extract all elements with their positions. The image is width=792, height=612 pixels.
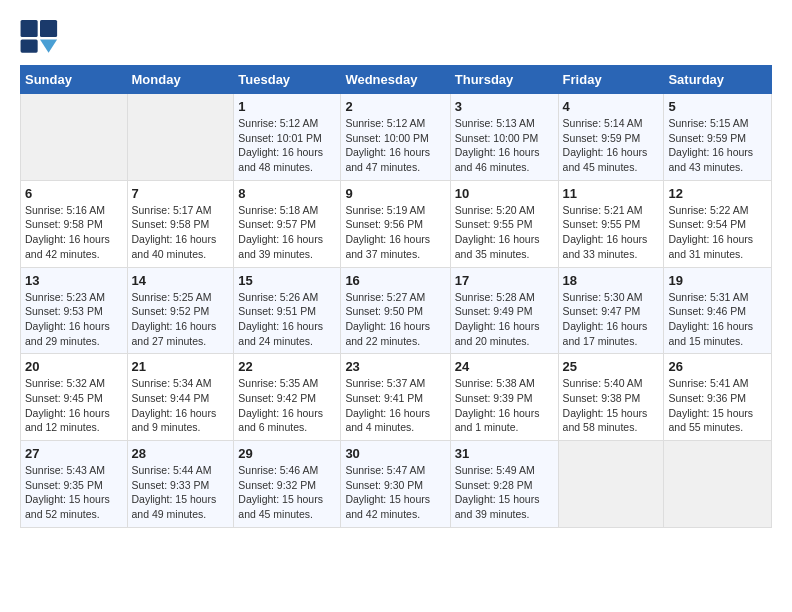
cell-content: Sunrise: 5:40 AM Sunset: 9:38 PM Dayligh… xyxy=(563,376,660,435)
calendar-cell: 16Sunrise: 5:27 AM Sunset: 9:50 PM Dayli… xyxy=(341,267,450,354)
cell-content: Sunrise: 5:37 AM Sunset: 9:41 PM Dayligh… xyxy=(345,376,445,435)
calendar-cell: 13Sunrise: 5:23 AM Sunset: 9:53 PM Dayli… xyxy=(21,267,128,354)
cell-content: Sunrise: 5:44 AM Sunset: 9:33 PM Dayligh… xyxy=(132,463,230,522)
cell-content: Sunrise: 5:21 AM Sunset: 9:55 PM Dayligh… xyxy=(563,203,660,262)
calendar-cell: 5Sunrise: 5:15 AM Sunset: 9:59 PM Daylig… xyxy=(664,94,772,181)
logo xyxy=(20,20,64,55)
calendar-cell: 8Sunrise: 5:18 AM Sunset: 9:57 PM Daylig… xyxy=(234,180,341,267)
calendar-cell: 17Sunrise: 5:28 AM Sunset: 9:49 PM Dayli… xyxy=(450,267,558,354)
calendar-cell: 1Sunrise: 5:12 AM Sunset: 10:01 PM Dayli… xyxy=(234,94,341,181)
day-number: 31 xyxy=(455,446,554,461)
day-number: 3 xyxy=(455,99,554,114)
day-number: 24 xyxy=(455,359,554,374)
calendar-cell xyxy=(127,94,234,181)
cell-content: Sunrise: 5:35 AM Sunset: 9:42 PM Dayligh… xyxy=(238,376,336,435)
cell-content: Sunrise: 5:12 AM Sunset: 10:00 PM Daylig… xyxy=(345,116,445,175)
logo-icon xyxy=(20,20,60,55)
day-number: 10 xyxy=(455,186,554,201)
calendar-week-4: 20Sunrise: 5:32 AM Sunset: 9:45 PM Dayli… xyxy=(21,354,772,441)
day-number: 21 xyxy=(132,359,230,374)
calendar-cell: 31Sunrise: 5:49 AM Sunset: 9:28 PM Dayli… xyxy=(450,441,558,528)
day-number: 14 xyxy=(132,273,230,288)
calendar-cell: 2Sunrise: 5:12 AM Sunset: 10:00 PM Dayli… xyxy=(341,94,450,181)
calendar-cell: 29Sunrise: 5:46 AM Sunset: 9:32 PM Dayli… xyxy=(234,441,341,528)
calendar-cell: 27Sunrise: 5:43 AM Sunset: 9:35 PM Dayli… xyxy=(21,441,128,528)
cell-content: Sunrise: 5:47 AM Sunset: 9:30 PM Dayligh… xyxy=(345,463,445,522)
calendar-cell: 12Sunrise: 5:22 AM Sunset: 9:54 PM Dayli… xyxy=(664,180,772,267)
day-number: 26 xyxy=(668,359,767,374)
calendar-cell: 3Sunrise: 5:13 AM Sunset: 10:00 PM Dayli… xyxy=(450,94,558,181)
cell-content: Sunrise: 5:31 AM Sunset: 9:46 PM Dayligh… xyxy=(668,290,767,349)
day-number: 13 xyxy=(25,273,123,288)
day-header-saturday: Saturday xyxy=(664,66,772,94)
calendar-week-5: 27Sunrise: 5:43 AM Sunset: 9:35 PM Dayli… xyxy=(21,441,772,528)
calendar-week-1: 1Sunrise: 5:12 AM Sunset: 10:01 PM Dayli… xyxy=(21,94,772,181)
cell-content: Sunrise: 5:43 AM Sunset: 9:35 PM Dayligh… xyxy=(25,463,123,522)
day-number: 22 xyxy=(238,359,336,374)
calendar-cell: 25Sunrise: 5:40 AM Sunset: 9:38 PM Dayli… xyxy=(558,354,664,441)
day-number: 30 xyxy=(345,446,445,461)
day-number: 8 xyxy=(238,186,336,201)
calendar-table: SundayMondayTuesdayWednesdayThursdayFrid… xyxy=(20,65,772,528)
day-number: 18 xyxy=(563,273,660,288)
day-number: 19 xyxy=(668,273,767,288)
day-number: 6 xyxy=(25,186,123,201)
day-number: 17 xyxy=(455,273,554,288)
calendar-cell: 15Sunrise: 5:26 AM Sunset: 9:51 PM Dayli… xyxy=(234,267,341,354)
cell-content: Sunrise: 5:32 AM Sunset: 9:45 PM Dayligh… xyxy=(25,376,123,435)
cell-content: Sunrise: 5:41 AM Sunset: 9:36 PM Dayligh… xyxy=(668,376,767,435)
day-number: 1 xyxy=(238,99,336,114)
calendar-cell: 7Sunrise: 5:17 AM Sunset: 9:58 PM Daylig… xyxy=(127,180,234,267)
calendar-cell: 22Sunrise: 5:35 AM Sunset: 9:42 PM Dayli… xyxy=(234,354,341,441)
header xyxy=(20,20,772,55)
cell-content: Sunrise: 5:19 AM Sunset: 9:56 PM Dayligh… xyxy=(345,203,445,262)
calendar-cell: 26Sunrise: 5:41 AM Sunset: 9:36 PM Dayli… xyxy=(664,354,772,441)
svg-rect-2 xyxy=(21,39,38,52)
calendar-cell: 19Sunrise: 5:31 AM Sunset: 9:46 PM Dayli… xyxy=(664,267,772,354)
calendar-cell: 14Sunrise: 5:25 AM Sunset: 9:52 PM Dayli… xyxy=(127,267,234,354)
cell-content: Sunrise: 5:17 AM Sunset: 9:58 PM Dayligh… xyxy=(132,203,230,262)
calendar-week-3: 13Sunrise: 5:23 AM Sunset: 9:53 PM Dayli… xyxy=(21,267,772,354)
day-number: 12 xyxy=(668,186,767,201)
day-number: 9 xyxy=(345,186,445,201)
day-number: 29 xyxy=(238,446,336,461)
day-header-thursday: Thursday xyxy=(450,66,558,94)
calendar-cell: 18Sunrise: 5:30 AM Sunset: 9:47 PM Dayli… xyxy=(558,267,664,354)
day-header-tuesday: Tuesday xyxy=(234,66,341,94)
svg-rect-1 xyxy=(40,20,57,37)
calendar-cell: 9Sunrise: 5:19 AM Sunset: 9:56 PM Daylig… xyxy=(341,180,450,267)
day-number: 2 xyxy=(345,99,445,114)
day-number: 27 xyxy=(25,446,123,461)
calendar-cell: 10Sunrise: 5:20 AM Sunset: 9:55 PM Dayli… xyxy=(450,180,558,267)
cell-content: Sunrise: 5:49 AM Sunset: 9:28 PM Dayligh… xyxy=(455,463,554,522)
cell-content: Sunrise: 5:12 AM Sunset: 10:01 PM Daylig… xyxy=(238,116,336,175)
calendar-cell: 21Sunrise: 5:34 AM Sunset: 9:44 PM Dayli… xyxy=(127,354,234,441)
cell-content: Sunrise: 5:30 AM Sunset: 9:47 PM Dayligh… xyxy=(563,290,660,349)
day-number: 25 xyxy=(563,359,660,374)
calendar-cell: 23Sunrise: 5:37 AM Sunset: 9:41 PM Dayli… xyxy=(341,354,450,441)
cell-content: Sunrise: 5:23 AM Sunset: 9:53 PM Dayligh… xyxy=(25,290,123,349)
cell-content: Sunrise: 5:16 AM Sunset: 9:58 PM Dayligh… xyxy=(25,203,123,262)
day-number: 11 xyxy=(563,186,660,201)
calendar-cell xyxy=(21,94,128,181)
calendar-cell: 30Sunrise: 5:47 AM Sunset: 9:30 PM Dayli… xyxy=(341,441,450,528)
calendar-cell: 11Sunrise: 5:21 AM Sunset: 9:55 PM Dayli… xyxy=(558,180,664,267)
svg-rect-0 xyxy=(21,20,38,37)
calendar-cell: 6Sunrise: 5:16 AM Sunset: 9:58 PM Daylig… xyxy=(21,180,128,267)
cell-content: Sunrise: 5:34 AM Sunset: 9:44 PM Dayligh… xyxy=(132,376,230,435)
calendar-cell: 24Sunrise: 5:38 AM Sunset: 9:39 PM Dayli… xyxy=(450,354,558,441)
cell-content: Sunrise: 5:25 AM Sunset: 9:52 PM Dayligh… xyxy=(132,290,230,349)
cell-content: Sunrise: 5:20 AM Sunset: 9:55 PM Dayligh… xyxy=(455,203,554,262)
calendar-header-row: SundayMondayTuesdayWednesdayThursdayFrid… xyxy=(21,66,772,94)
day-header-wednesday: Wednesday xyxy=(341,66,450,94)
day-number: 23 xyxy=(345,359,445,374)
day-number: 7 xyxy=(132,186,230,201)
day-number: 20 xyxy=(25,359,123,374)
day-number: 15 xyxy=(238,273,336,288)
calendar-cell: 28Sunrise: 5:44 AM Sunset: 9:33 PM Dayli… xyxy=(127,441,234,528)
cell-content: Sunrise: 5:14 AM Sunset: 9:59 PM Dayligh… xyxy=(563,116,660,175)
cell-content: Sunrise: 5:26 AM Sunset: 9:51 PM Dayligh… xyxy=(238,290,336,349)
day-header-friday: Friday xyxy=(558,66,664,94)
cell-content: Sunrise: 5:28 AM Sunset: 9:49 PM Dayligh… xyxy=(455,290,554,349)
cell-content: Sunrise: 5:46 AM Sunset: 9:32 PM Dayligh… xyxy=(238,463,336,522)
